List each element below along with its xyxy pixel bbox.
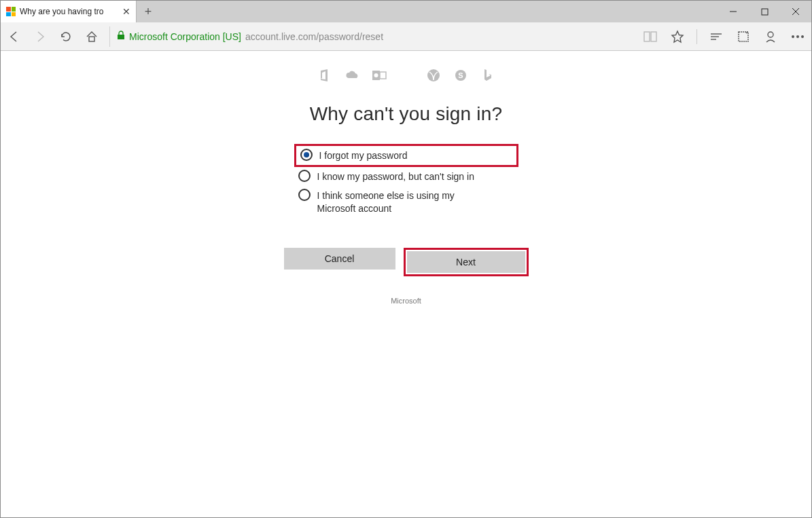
- svg-point-17: [802, 35, 804, 37]
- hub-icon[interactable]: [708, 29, 724, 45]
- browser-toolbar: Microsoft Corporation [US] account.live.…: [1, 22, 811, 51]
- lock-icon: [117, 31, 125, 42]
- option-know-password[interactable]: I know my password, but can't sign in: [294, 167, 518, 186]
- certificate-label: Microsoft Corporation [US]: [129, 31, 241, 42]
- page-content: S Why can't you sign in? I forgot my pas…: [1, 52, 811, 517]
- minimize-button[interactable]: [718, 1, 749, 22]
- svg-point-15: [792, 35, 794, 37]
- option-label: I think someone else is using my Microso…: [317, 189, 494, 215]
- new-tab-button[interactable]: +: [137, 1, 160, 22]
- option-someone-else[interactable]: I think someone else is using my Microso…: [294, 186, 518, 218]
- option-label: I know my password, but can't sign in: [317, 170, 474, 183]
- cancel-button[interactable]: Cancel: [284, 248, 395, 270]
- bing-icon: [480, 68, 495, 83]
- office-icon: [317, 68, 332, 83]
- browser-tab[interactable]: Why are you having tro ✕: [1, 1, 137, 22]
- notes-icon[interactable]: [735, 29, 752, 45]
- more-icon[interactable]: [790, 29, 806, 45]
- radio-icon: [298, 189, 311, 201]
- outlook-icon: [372, 68, 387, 83]
- button-row: Cancel Next: [284, 248, 529, 276]
- skype-icon: S: [453, 68, 468, 83]
- service-icons: S: [1, 68, 811, 83]
- radio-icon: [298, 170, 311, 182]
- onedrive-icon: [345, 68, 359, 83]
- microsoft-icon: [399, 68, 414, 83]
- forward-button[interactable]: [32, 29, 48, 45]
- svg-marker-8: [672, 31, 683, 42]
- svg-text:S: S: [458, 71, 463, 79]
- svg-rect-7: [651, 32, 656, 41]
- svg-point-14: [768, 32, 773, 37]
- maximize-button[interactable]: [749, 1, 780, 22]
- svg-rect-6: [644, 32, 650, 41]
- share-icon[interactable]: [762, 29, 779, 45]
- window-controls: [718, 1, 811, 22]
- svg-marker-25: [484, 69, 491, 81]
- svg-rect-20: [380, 72, 386, 79]
- close-tab-icon[interactable]: ✕: [122, 6, 130, 17]
- refresh-button[interactable]: [58, 29, 74, 45]
- footer-text: Microsoft: [284, 297, 529, 305]
- back-button[interactable]: [6, 29, 22, 45]
- svg-point-16: [797, 35, 799, 37]
- reading-view-icon[interactable]: [642, 29, 658, 45]
- svg-line-13: [746, 32, 747, 33]
- tab-title: Why are you having tro: [20, 7, 118, 16]
- xbox-icon: [426, 68, 441, 83]
- address-bar[interactable]: Microsoft Corporation [US] account.live.…: [109, 26, 627, 47]
- svg-point-21: [374, 73, 378, 77]
- svg-rect-5: [118, 35, 124, 39]
- home-button[interactable]: [84, 29, 100, 45]
- signin-options: I forgot my password I know my password,…: [294, 144, 518, 218]
- close-window-button[interactable]: [780, 1, 811, 22]
- page-heading: Why can't you sign in?: [284, 103, 529, 125]
- svg-rect-12: [739, 32, 748, 41]
- svg-rect-4: [89, 37, 94, 41]
- url-text: account.live.com/password/reset: [245, 31, 383, 42]
- microsoft-favicon: [6, 7, 16, 16]
- svg-marker-18: [321, 69, 328, 81]
- titlebar: Why are you having tro ✕ +: [1, 1, 811, 22]
- svg-rect-1: [762, 9, 768, 15]
- favorite-icon[interactable]: [669, 29, 686, 45]
- option-label: I forgot my password: [319, 149, 408, 162]
- option-forgot-password[interactable]: I forgot my password: [294, 144, 518, 167]
- next-button[interactable]: Next: [407, 251, 525, 273]
- radio-icon: [300, 149, 313, 161]
